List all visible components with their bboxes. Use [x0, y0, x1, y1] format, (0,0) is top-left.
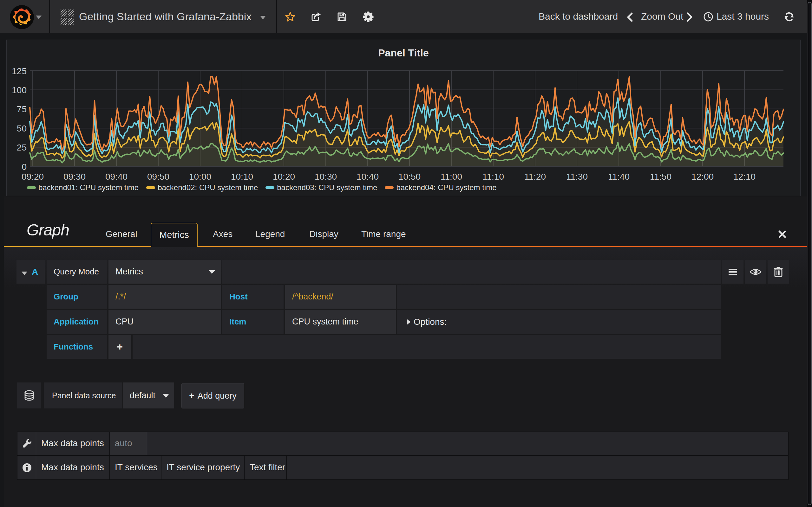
svg-text:10:00: 10:00 [189, 172, 211, 181]
svg-text:75: 75 [17, 104, 27, 114]
svg-text:10:20: 10:20 [273, 172, 295, 181]
svg-text:11:20: 11:20 [524, 172, 546, 181]
svg-text:100: 100 [12, 85, 27, 95]
svg-text:12:00: 12:00 [692, 172, 714, 181]
svg-text:11:00: 11:00 [441, 172, 462, 181]
svg-text:25: 25 [17, 143, 27, 153]
svg-text:09:30: 09:30 [63, 172, 86, 181]
svg-text:09:50: 09:50 [147, 172, 169, 181]
svg-text:50: 50 [17, 124, 27, 133]
svg-text:11:50: 11:50 [650, 172, 671, 181]
svg-text:11:30: 11:30 [566, 172, 588, 181]
svg-text:11:10: 11:10 [483, 172, 504, 181]
svg-text:09:20: 09:20 [21, 172, 44, 181]
svg-text:12:10: 12:10 [733, 172, 756, 181]
svg-text:125: 125 [12, 66, 27, 76]
svg-text:10:50: 10:50 [398, 172, 420, 181]
svg-text:09:40: 09:40 [105, 172, 128, 181]
svg-text:0: 0 [21, 162, 27, 172]
svg-text:10:30: 10:30 [315, 172, 337, 181]
svg-text:10:10: 10:10 [231, 172, 253, 181]
svg-text:10:40: 10:40 [357, 172, 379, 181]
svg-text:11:40: 11:40 [608, 172, 629, 181]
